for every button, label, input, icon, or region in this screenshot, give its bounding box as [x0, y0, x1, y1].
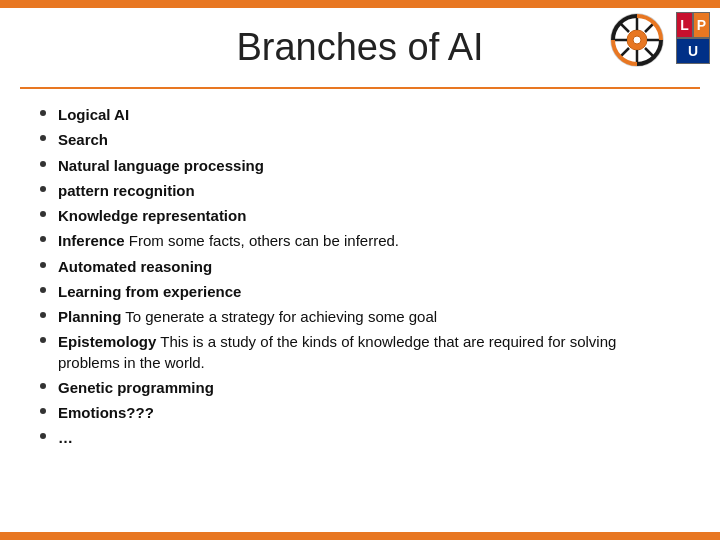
- list-item-bold: Natural language processing: [58, 157, 264, 174]
- branches-list: Logical AISearchNatural language process…: [40, 105, 680, 449]
- list-item: Genetic programming: [40, 378, 680, 398]
- bullet-dot: [40, 408, 46, 414]
- list-item-text: Inference From some facts, others can be…: [58, 231, 399, 251]
- list-item-bold: pattern recognition: [58, 182, 195, 199]
- list-item-text: Epistemology This is a study of the kind…: [58, 332, 680, 373]
- list-item-bold: Search: [58, 131, 108, 148]
- content-area: Logical AISearchNatural language process…: [0, 105, 720, 449]
- bullet-dot: [40, 161, 46, 167]
- list-item: Epistemology This is a study of the kind…: [40, 332, 680, 373]
- list-item-rest: From some facts, others can be inferred.: [125, 232, 399, 249]
- list-item-bold: Genetic programming: [58, 379, 214, 396]
- lpu-logo: L P U: [676, 12, 710, 64]
- list-item-text: …: [58, 428, 73, 448]
- bullet-dot: [40, 287, 46, 293]
- list-item-bold: Logical AI: [58, 106, 129, 123]
- list-item-text: Knowledge representation: [58, 206, 246, 226]
- list-item-text: Learning from experience: [58, 282, 241, 302]
- list-item-bold: Automated reasoning: [58, 258, 212, 275]
- list-item-bold: Epistemology: [58, 333, 156, 350]
- list-item: Natural language processing: [40, 156, 680, 176]
- list-item-bold: …: [58, 429, 73, 446]
- list-item-text: Planning To generate a strategy for achi…: [58, 307, 437, 327]
- bullet-dot: [40, 262, 46, 268]
- list-item-bold: Inference: [58, 232, 125, 249]
- list-item-rest: To generate a strategy for achieving som…: [121, 308, 437, 325]
- bullet-dot: [40, 337, 46, 343]
- list-item: Inference From some facts, others can be…: [40, 231, 680, 251]
- list-item: …: [40, 428, 680, 448]
- list-item-text: Natural language processing: [58, 156, 264, 176]
- list-item: Logical AI: [40, 105, 680, 125]
- list-item-bold: Planning: [58, 308, 121, 325]
- title-divider: [20, 87, 700, 89]
- list-item-text: Logical AI: [58, 105, 129, 125]
- list-item: Emotions???: [40, 403, 680, 423]
- list-item-text: pattern recognition: [58, 181, 195, 201]
- list-item-text: Search: [58, 130, 108, 150]
- bullet-dot: [40, 211, 46, 217]
- bullet-dot: [40, 312, 46, 318]
- bullet-dot: [40, 236, 46, 242]
- list-item: Automated reasoning: [40, 257, 680, 277]
- list-item-text: Automated reasoning: [58, 257, 212, 277]
- bullet-dot: [40, 135, 46, 141]
- list-item: Learning from experience: [40, 282, 680, 302]
- list-item: Planning To generate a strategy for achi…: [40, 307, 680, 327]
- lpu-l: L: [676, 12, 693, 38]
- list-item-bold: Learning from experience: [58, 283, 241, 300]
- university-logo: [609, 12, 665, 72]
- bottom-bar: [0, 532, 720, 540]
- bullet-dot: [40, 186, 46, 192]
- list-item: Search: [40, 130, 680, 150]
- top-bar: [0, 0, 720, 8]
- bullet-dot: [40, 433, 46, 439]
- svg-point-2: [633, 36, 641, 44]
- list-item: Knowledge representation: [40, 206, 680, 226]
- list-item: pattern recognition: [40, 181, 680, 201]
- bullet-dot: [40, 110, 46, 116]
- list-item-text: Emotions???: [58, 403, 154, 423]
- bullet-dot: [40, 383, 46, 389]
- lpu-u: U: [676, 38, 710, 64]
- list-item-text: Genetic programming: [58, 378, 214, 398]
- lpu-p: P: [693, 12, 710, 38]
- list-item-bold: Emotions???: [58, 404, 154, 421]
- list-item-bold: Knowledge representation: [58, 207, 246, 224]
